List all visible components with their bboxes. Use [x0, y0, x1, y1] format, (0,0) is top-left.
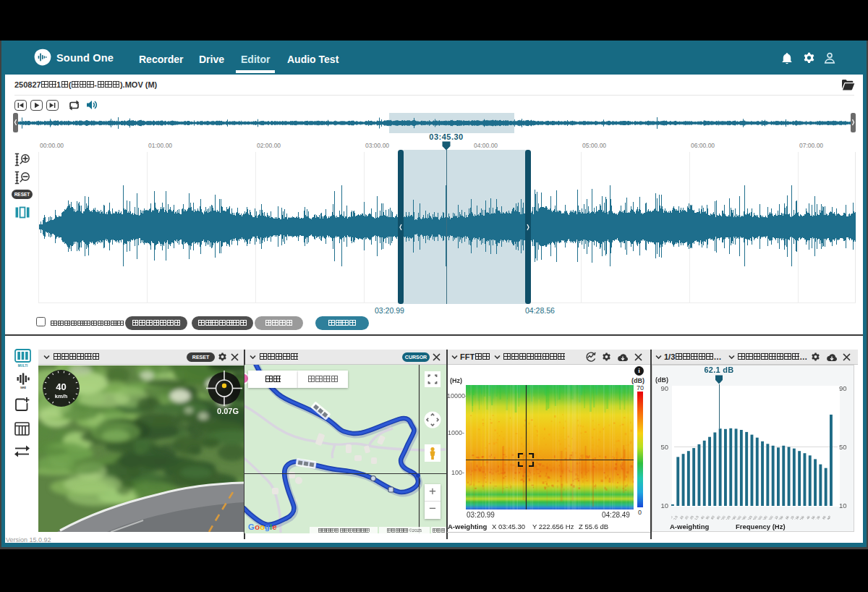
svg-text:Google: Google [248, 523, 277, 531]
svg-text:1.6k: 1.6k [783, 515, 790, 520]
svg-text:630: 630 [762, 515, 768, 520]
svg-text:20: 20 [684, 515, 689, 520]
svg-text:AP: AP [826, 515, 832, 520]
svg-text:16: 16 [679, 515, 684, 520]
svg-text:125: 125 [725, 515, 731, 520]
svg-text:seq: seq [20, 386, 26, 389]
svg-text:50: 50 [705, 515, 710, 520]
svg-text:40: 40 [700, 515, 705, 520]
svg-text:MULTI: MULTI [18, 364, 27, 368]
svg-text:800: 800 [767, 515, 774, 520]
svg-text:4k: 4k [806, 515, 811, 520]
svg-text:40: 40 [56, 381, 66, 392]
svg-text:km/h: km/h [55, 393, 68, 399]
svg-text:63: 63 [710, 515, 715, 520]
svg-text:250: 250 [741, 515, 747, 520]
svg-text:0.07G: 0.07G [217, 407, 239, 415]
